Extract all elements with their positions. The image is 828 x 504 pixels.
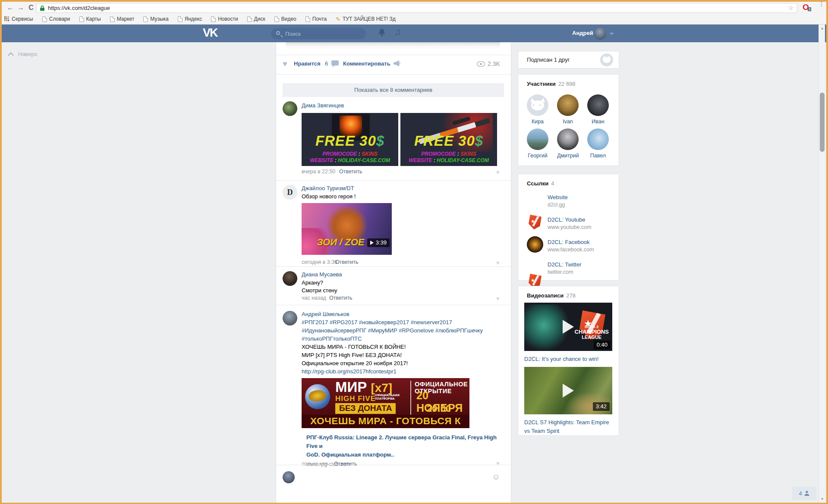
comment-text: Смотри стену — [302, 287, 337, 294]
scrollbar-thumb[interactable] — [820, 93, 825, 152]
chevron-down-icon[interactable] — [610, 33, 614, 35]
member-avatar[interactable]: × × — [527, 94, 548, 116]
member-avatar[interactable] — [587, 128, 609, 150]
reply-button[interactable]: Ответить — [339, 169, 362, 175]
extension-icon[interactable]: O2 — [803, 3, 813, 13]
like-heart-icon[interactable]: ♥ — [283, 59, 287, 69]
videos-title[interactable]: Видеозаписи278 — [527, 292, 576, 299]
promo-image-1[interactable]: FREE 30$ PROMOCODE : SKINS WEBSITE : HOL… — [302, 113, 398, 166]
forward-icon[interactable]: → — [16, 3, 26, 13]
bookmark-item[interactable]: Новости — [211, 16, 238, 22]
bookmark-item[interactable]: Музыка — [143, 16, 168, 22]
bookmark-item[interactable]: Диск — [247, 16, 265, 22]
messages-widget[interactable]: 4 — [792, 487, 816, 500]
commenter-avatar[interactable] — [283, 101, 297, 116]
vk-logo[interactable]: VK — [203, 26, 217, 40]
hashtags-line[interactable]: #толькоРПГтолькоПТС — [302, 335, 362, 342]
commenter-name[interactable]: Диана Мусаева — [302, 271, 342, 278]
screen: ← → C https://vk.com/d2cleague ☆ O2 ⋮ Се… — [2, 2, 826, 503]
banner-divider — [410, 381, 411, 415]
mir-banner-image[interactable]: МИР [x7] HIGH FIVE ОФИЦИАЛЬНАЯ ПЛАТФОРМА… — [302, 378, 469, 428]
reload-icon[interactable]: C — [26, 3, 36, 13]
video-thumbnail[interactable]: ★ DOTA 2 CHAMPIONS LEAGUE 0:40 — [524, 303, 612, 351]
hashtags-line[interactable]: #ИдунановыйсерверРПГ #МируМИР #RPGonelov… — [302, 327, 483, 334]
comment-input[interactable] — [299, 471, 489, 483]
comment-like-icon[interactable]: ♥ — [496, 295, 500, 302]
promo-image-2[interactable]: FREE 30$ PROMOCODE : SKINS WEBSITE : HOL… — [400, 113, 497, 166]
member-avatar[interactable] — [587, 94, 609, 116]
browser-menu-icon[interactable]: ⋮ — [818, 2, 825, 6]
bookmark-star-icon[interactable]: ☆ — [788, 4, 793, 11]
commenter-name[interactable]: Джайлоо Туризм/DT — [302, 185, 354, 191]
friend-avatar[interactable] — [600, 53, 613, 66]
member[interactable]: Павел — [587, 128, 609, 159]
url-bar[interactable]: https://vk.com/d2cleague ☆ — [36, 3, 797, 13]
notifications-bell-icon[interactable] — [378, 28, 386, 37]
share-megaphone-icon[interactable] — [393, 60, 403, 68]
header-user-avatar[interactable] — [594, 28, 606, 40]
back-to-top[interactable]: Наверх — [8, 51, 37, 57]
video-thumbnail[interactable]: 3:42 — [524, 367, 612, 414]
video-title[interactable]: D2CL S7 Highlights: Team Empirevs Team S… — [524, 418, 609, 435]
comment-like-icon[interactable]: ♥ — [496, 169, 500, 175]
comment-like-icon[interactable]: ♥ — [496, 460, 500, 466]
commenter-avatar[interactable] — [283, 271, 297, 286]
link-item[interactable]: D2CL: Youtube www.youtube.com — [548, 216, 591, 230]
bookmark-services[interactable]: Сервисы — [4, 16, 33, 22]
members-title[interactable]: Участники22 698 — [527, 81, 576, 87]
videos-block: Видеозаписи278 ★ DOTA 2 CHAMPIONS LEAGUE… — [518, 286, 619, 436]
commenter-name[interactable]: Андрей Шмельков — [302, 311, 349, 317]
member[interactable]: × × Кира — [527, 94, 548, 125]
bookmark-item[interactable]: Видео — [274, 16, 296, 22]
show-all-comments-button[interactable]: Показать все 8 комментариев — [283, 83, 504, 97]
bookmark-item[interactable]: Маркет — [110, 16, 135, 22]
scroll-up-icon[interactable]: ▲ — [819, 26, 825, 30]
bookmark-item[interactable]: Почта — [305, 16, 327, 22]
back-icon[interactable]: ← — [5, 3, 16, 13]
link-item[interactable]: D2CL: Facebook www.facebook.com — [548, 239, 594, 253]
page-icon — [211, 16, 216, 22]
member-avatar[interactable] — [557, 94, 579, 116]
video-duration-badge: 3:39 — [367, 238, 390, 247]
bookmark-item[interactable]: Словари — [42, 16, 70, 22]
comment-like-icon[interactable]: ♥ — [496, 260, 500, 266]
reply-button[interactable]: Ответить — [334, 461, 357, 467]
links-title[interactable]: Ссылки4 — [527, 180, 554, 187]
like-button[interactable]: Нравится — [294, 60, 321, 67]
page-icon — [79, 16, 84, 22]
reply-button[interactable]: Ответить — [329, 295, 352, 301]
snippet-title[interactable]: РПГ-Клуб Russia: Lineage 2. Лучшие серве… — [306, 433, 505, 459]
member[interactable]: Георгий — [527, 128, 548, 159]
subscribed-label[interactable]: Подписан 1 друг — [527, 56, 570, 63]
video-title[interactable]: D2CL: It's your chance to win! — [524, 356, 598, 362]
member[interactable]: Ivan — [557, 94, 579, 125]
header-user-name[interactable]: Андрей — [572, 30, 593, 36]
commenter-avatar[interactable] — [283, 311, 297, 326]
search-input[interactable]: Поиск — [271, 28, 366, 39]
commenter-avatar[interactable]: D — [283, 185, 297, 200]
video-attachment[interactable]: ЗОИ / ZOE 3:39 — [302, 203, 392, 255]
scroll-down-icon[interactable]: ▼ — [819, 497, 825, 501]
commenter-name[interactable]: Дима Звягинцев — [302, 102, 344, 109]
link-item[interactable]: D2CL: Twitter twitter.com — [548, 261, 582, 275]
url-text[interactable]: https://vk.com/d2cleague — [48, 5, 110, 11]
link-item[interactable]: Website d2cl.gg — [548, 194, 568, 208]
bookmark-item[interactable]: Яндекс — [178, 16, 202, 22]
emoji-smiley-icon[interactable]: ☺ — [492, 472, 500, 482]
post-image-bottom[interactable] — [286, 42, 500, 49]
page-scrollbar[interactable]: ▲ ▼ — [819, 25, 825, 503]
member-avatar[interactable] — [557, 128, 579, 150]
comment-bubble-icon[interactable] — [331, 60, 339, 68]
hashtags-line[interactable]: #РПГ2017 #RPG2017 #новыйсервер2017 #news… — [302, 319, 452, 326]
bookmark-item[interactable]: Карты — [79, 16, 101, 22]
bookmark-item[interactable]: ✎ТУТ ЗАЙЦЕВ НЕТ! Зд — [336, 16, 396, 22]
music-icon[interactable]: ♫ — [394, 27, 401, 37]
member-avatar[interactable] — [527, 128, 548, 150]
comment-time: сегодня в 3:36 — [302, 259, 337, 265]
member[interactable]: Дмитрий — [557, 128, 579, 159]
member-name: Дмитрий — [557, 153, 579, 159]
external-link[interactable]: http://rpg-club.org/ns2017hfcontestpr1 — [302, 368, 397, 375]
comment-button[interactable]: Комментировать — [343, 60, 390, 67]
member[interactable]: Иван — [587, 94, 609, 125]
reply-button[interactable]: Ответить — [335, 259, 358, 265]
